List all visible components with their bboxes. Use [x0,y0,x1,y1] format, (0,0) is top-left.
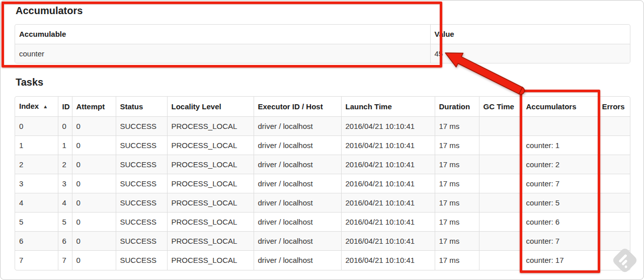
table-cell: counter: 6 [522,213,598,232]
column-header-executor-id-host[interactable]: Executor ID / Host [254,97,341,117]
column-header-errors[interactable]: Errors [598,97,630,117]
table-cell: SUCCESS [116,117,167,136]
table-cell: 0 [72,174,116,193]
table-cell: 7 [58,251,72,270]
table-cell: PROCESS_LOCAL [167,136,254,155]
table-cell: 17 ms [435,117,479,136]
table-cell: 0 [72,251,116,270]
table-cell [598,117,630,136]
table-cell: 0 [72,117,116,136]
column-header-gc-time[interactable]: GC Time [479,97,522,117]
column-header-status[interactable]: Status [116,97,167,117]
table-row: 440SUCCESSPROCESS_LOCALdriver / localhos… [15,193,630,213]
table-cell: 2 [58,155,72,174]
table-cell: SUCCESS [116,136,167,155]
table-cell: 2 [15,155,58,174]
table-cell [598,213,630,232]
table-cell: driver / localhost [254,251,341,270]
table-cell: 2016/04/21 10:10:41 [341,213,435,232]
table-cell: counter: 7 [522,232,598,251]
table-cell: PROCESS_LOCAL [167,232,254,251]
table-row: 330SUCCESSPROCESS_LOCALdriver / localhos… [15,174,630,193]
table-cell: SUCCESS [116,155,167,174]
table-cell: PROCESS_LOCAL [167,193,254,213]
table-cell: counter: 7 [522,174,598,193]
table-cell [598,136,630,155]
table-cell: 4 [15,193,58,213]
table-row: 770SUCCESSPROCESS_LOCALdriver / localhos… [15,251,630,270]
accumulable-table: Accumulable Value counter45 [15,24,630,63]
table-row: 660SUCCESSPROCESS_LOCALdriver / localhos… [15,232,630,251]
table-cell: 17 ms [435,136,479,155]
table-cell: 0 [72,136,116,155]
table-cell: 2016/04/21 10:10:41 [341,251,435,270]
column-header-locality-level[interactable]: Locality Level [167,97,254,117]
table-cell: 6 [15,232,58,251]
table-header-row: Accumulable Value [15,25,630,44]
table-cell: 17 ms [435,155,479,174]
table-cell: 17 ms [435,232,479,251]
table-cell: driver / localhost [254,174,341,193]
table-cell: 0 [72,155,116,174]
column-header-accumulable[interactable]: Accumulable [15,25,430,44]
table-cell: driver / localhost [254,155,341,174]
column-header-index[interactable]: Index▲ [15,97,58,117]
table-cell: counter: 17 [522,251,598,270]
table-cell: 17 ms [435,193,479,213]
accumulators-section-title: Accumulators [16,5,83,17]
column-header-accumulators[interactable]: Accumulators [522,97,598,117]
table-cell: 5 [15,213,58,232]
table-cell [479,232,522,251]
table-cell: PROCESS_LOCAL [167,117,254,136]
table-cell: 2016/04/21 10:10:41 [341,193,435,213]
table-cell: 2016/04/21 10:10:41 [341,117,435,136]
table-cell [598,174,630,193]
table-cell: counter: 1 [522,136,598,155]
table-cell: 17 ms [435,174,479,193]
table-cell [598,232,630,251]
table-cell: 1 [15,136,58,155]
table-cell: SUCCESS [116,213,167,232]
table-cell: 2016/04/21 10:10:41 [341,174,435,193]
table-cell: 1 [58,136,72,155]
table-cell: 2016/04/21 10:10:41 [341,232,435,251]
table-cell: driver / localhost [254,193,341,213]
table-cell: driver / localhost [254,117,341,136]
table-cell: 6 [58,232,72,251]
table-cell: 2016/04/21 10:10:41 [341,155,435,174]
table-cell: driver / localhost [254,136,341,155]
table-cell [479,213,522,232]
table-cell: 7 [15,251,58,270]
column-header-launch-time[interactable]: Launch Time [341,97,435,117]
table-row: 220SUCCESSPROCESS_LOCALdriver / localhos… [15,155,630,174]
table-cell: 17 ms [435,251,479,270]
table-cell: counter: 2 [522,155,598,174]
table-cell [479,193,522,213]
column-header-duration[interactable]: Duration [435,97,479,117]
table-row: counter45 [15,44,630,63]
table-cell: PROCESS_LOCAL [167,213,254,232]
column-header-value[interactable]: Value [430,25,630,44]
table-cell: SUCCESS [116,251,167,270]
table-cell: 0 [72,193,116,213]
tasks-section-title: Tasks [16,77,43,88]
table-cell: counter [15,44,430,63]
table-cell [479,155,522,174]
column-header-attempt[interactable]: Attempt [72,97,116,117]
table-cell: 0 [72,213,116,232]
column-header-id[interactable]: ID [58,97,72,117]
spark-ui-page: Accumulators Accumulable Value counter45… [0,0,644,280]
sort-ascending-icon: ▲ [43,104,48,109]
table-row: 000SUCCESSPROCESS_LOCALdriver / localhos… [15,117,630,136]
table-cell [479,117,522,136]
table-cell [598,193,630,213]
tasks-table: Index▲ ID Attempt Status Locality Level … [15,96,630,270]
column-header-label: Index [19,102,39,110]
table-row: 110SUCCESSPROCESS_LOCALdriver / localhos… [15,136,630,155]
table-cell: 0 [58,117,72,136]
table-cell: 0 [72,232,116,251]
table-cell: SUCCESS [116,232,167,251]
table-header-row: Index▲ ID Attempt Status Locality Level … [15,97,630,117]
table-cell: 3 [15,174,58,193]
table-cell [479,136,522,155]
